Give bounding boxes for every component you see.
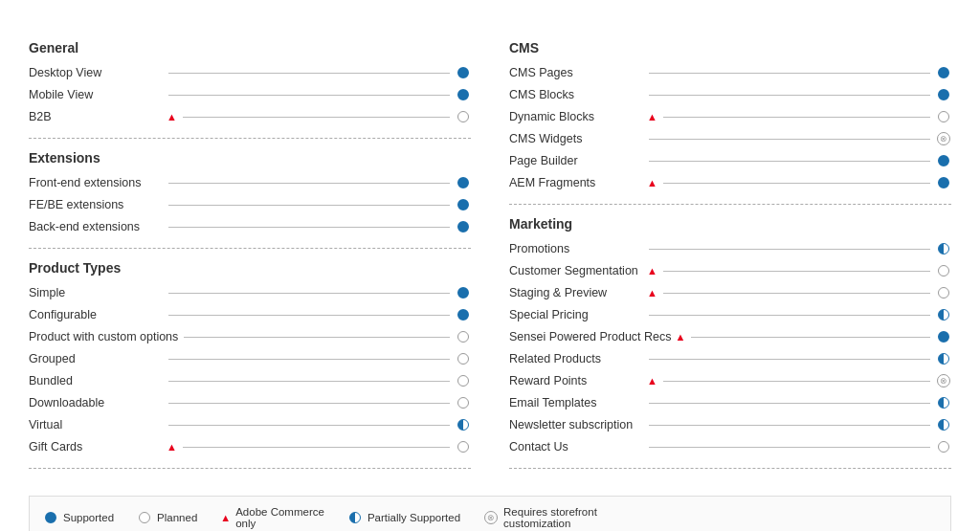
adobe-badge: ▲ [167,111,177,122]
feature-row: Reward Points▲⊗ [509,371,951,390]
filled-icon [456,307,471,322]
feature-label: Related Products [509,352,643,365]
feature-row: Email Templates [509,393,951,412]
filled-icon [936,329,951,344]
empty-icon [936,109,951,124]
section-title: CMS [509,40,951,55]
feature-line [649,359,930,360]
feature-line [168,95,450,96]
feature-label: Staging & Preview [509,286,643,299]
feature-line [663,183,930,184]
adobe-badge: ▲ [647,375,657,387]
feature-label: Page Builder [509,154,643,167]
feature-label: Reward Points [509,374,643,387]
feature-label: Newsletter subscription [509,418,643,431]
filled-icon [456,219,471,234]
storefront-icon: ⊗ [936,131,951,146]
filled-icon [456,285,471,300]
feature-line [168,227,450,228]
section-title: Extensions [29,150,471,166]
feature-line [663,117,930,118]
feature-row: Special Pricing [509,305,951,324]
section-title: Marketing [509,216,951,232]
feature-line [649,95,930,96]
section-divider [29,248,471,249]
feature-label: Dynamic Blocks [509,110,643,123]
empty-icon [456,373,471,388]
partial-icon [347,510,363,525]
feature-row: Front-end extensions [29,173,471,192]
feature-line [649,161,930,162]
feature-label: Special Pricing [509,308,643,321]
section-divider [509,468,951,469]
feature-row: Desktop View [29,63,471,82]
feature-line [168,73,450,74]
main-layout: GeneralDesktop ViewMobile ViewB2B▲Extens… [29,36,951,480]
section-title: General [29,40,471,55]
feature-label: Email Templates [509,396,643,409]
feature-line [168,381,450,382]
empty-icon [456,329,471,344]
feature-line [168,359,450,360]
feature-row: Sensei Powered Product Recs▲ [509,327,951,346]
feature-row: Grouped [29,349,471,368]
feature-line [649,403,930,404]
feature-line [183,447,450,448]
feature-line [649,139,930,140]
feature-label: Configurable [29,308,163,321]
feature-line [649,425,930,426]
feature-line [183,117,450,118]
legend-label-text: Adobe Commerce only [235,506,324,529]
feature-line [649,447,930,448]
feature-label: CMS Pages [509,66,643,79]
empty-icon [456,395,471,410]
feature-line [168,403,450,404]
section-divider [509,204,951,205]
feature-label: Bundled [29,374,163,387]
storefront-icon: ⊗ [483,510,499,525]
filled-icon [936,153,951,168]
feature-label: FE/BE extensions [29,198,163,211]
filled-icon [936,175,951,190]
feature-line [663,271,930,272]
feature-row: Staging & Preview▲ [509,283,951,302]
feature-line [663,293,930,294]
feature-row: Product with custom options [29,327,471,346]
feature-line [168,293,450,294]
feature-row: Page Builder [509,151,951,170]
feature-row: Dynamic Blocks▲ [509,107,951,126]
feature-label: Gift Cards [29,440,163,454]
partial-icon [936,395,951,410]
partial-icon [936,307,951,322]
feature-label: Promotions [509,242,643,255]
adobe-badge: ▲ [647,287,657,299]
legend-label-text: Supported [63,512,114,523]
feature-label: Sensei Powered Product Recs [509,330,672,343]
feature-label: Mobile View [29,88,163,101]
feature-line [691,337,930,338]
adobe-legend-icon: ▲ [220,512,231,523]
feature-row: Bundled [29,371,471,390]
feature-line [649,249,930,250]
feature-label: Downloadable [29,396,163,409]
feature-label: Grouped [29,352,163,365]
feature-row: CMS Pages [509,63,951,82]
feature-row: CMS Widgets⊗ [509,129,951,148]
legend-label-text: Planned [157,512,197,523]
feature-label: Front-end extensions [29,176,163,189]
feature-line [184,337,450,338]
adobe-badge: ▲ [647,265,657,277]
feature-row: Virtual [29,415,471,434]
feature-row: Configurable [29,305,471,324]
filled-icon [936,65,951,80]
filled-icon [936,87,951,102]
empty-icon [936,263,951,278]
feature-label: Product with custom options [29,330,178,343]
adobe-badge: ▲ [676,331,686,343]
feature-label: Contact Us [509,440,643,454]
section-divider [29,138,471,139]
feature-line [168,315,450,316]
adobe-badge: ▲ [647,177,657,188]
filled-icon [456,87,471,102]
feature-line [168,205,450,206]
